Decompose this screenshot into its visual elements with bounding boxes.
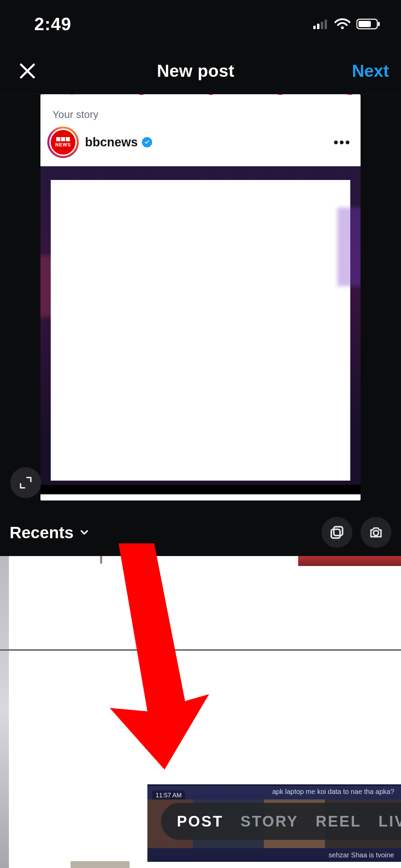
- svg-rect-6: [359, 21, 371, 27]
- redacted-region: [51, 180, 350, 481]
- grid-thumbnail[interactable]: [298, 556, 401, 566]
- new-post-header: New post Next: [0, 48, 401, 94]
- avatar-story-ring: NEWS: [47, 126, 79, 158]
- svg-point-4: [341, 26, 344, 29]
- album-dropdown-label: Recents: [10, 523, 74, 542]
- story-ring: [200, 94, 222, 95]
- thumbnail-caption: apk laptop me koi data to nae tha apka?: [272, 788, 394, 796]
- wifi-icon: [335, 18, 350, 30]
- album-dropdown[interactable]: Recents: [10, 523, 90, 542]
- album-selector-row: Recents: [0, 510, 401, 555]
- crop-toggle-button[interactable]: [10, 467, 41, 498]
- avatar: NEWS: [49, 129, 77, 156]
- open-camera-button[interactable]: [361, 517, 391, 548]
- status-indicators: [313, 18, 380, 30]
- post-mode-selector[interactable]: POST STORY REEL LIVE: [161, 803, 401, 840]
- chevron-down-icon: [78, 527, 90, 538]
- mode-reel[interactable]: REEL: [316, 813, 361, 830]
- svg-rect-1: [317, 24, 319, 29]
- story-ring: [269, 94, 291, 95]
- story-ring-own: [61, 94, 83, 95]
- select-multiple-button[interactable]: [321, 517, 352, 548]
- svg-rect-0: [313, 26, 316, 29]
- mode-live[interactable]: LIVE: [378, 813, 401, 830]
- verified-badge-icon: [142, 137, 152, 147]
- svg-rect-2: [321, 22, 323, 29]
- svg-rect-7: [378, 22, 380, 26]
- post-more-button[interactable]: •••: [331, 135, 354, 150]
- avatar-text: NEWS: [55, 142, 71, 147]
- mode-post[interactable]: POST: [177, 813, 223, 830]
- cellular-signal-icon: [313, 19, 328, 29]
- battery-icon: [356, 18, 380, 30]
- story-ring: [131, 94, 152, 95]
- post-header: NEWS bbcnews •••: [40, 125, 361, 159]
- page-title: New post: [157, 61, 234, 81]
- svg-rect-9: [331, 529, 340, 538]
- preview-area: Your story NEWS bbcnews •••: [0, 94, 401, 497]
- next-button[interactable]: Next: [352, 61, 389, 81]
- svg-point-10: [374, 531, 379, 536]
- stories-row: [40, 94, 361, 102]
- svg-rect-3: [325, 20, 327, 29]
- svg-rect-8: [334, 527, 343, 536]
- status-bar: 2:49: [0, 0, 401, 48]
- selected-media-preview[interactable]: Your story NEWS bbcnews •••: [40, 94, 361, 501]
- post-username: bbcnews: [85, 135, 138, 149]
- status-time: 2:49: [34, 14, 71, 34]
- your-story-label: Your story: [52, 109, 98, 120]
- story-ring: [339, 94, 361, 95]
- mode-story[interactable]: STORY: [241, 813, 299, 830]
- grid-thumbnail[interactable]: [71, 861, 130, 868]
- thumbnail-time-badge: 11:57 AM: [152, 791, 185, 800]
- post-footer-strip: [40, 494, 361, 501]
- thumbnail-caption: sehzar Shaa is tvoine: [329, 851, 394, 859]
- post-body: [40, 166, 361, 494]
- close-button[interactable]: [15, 59, 39, 83]
